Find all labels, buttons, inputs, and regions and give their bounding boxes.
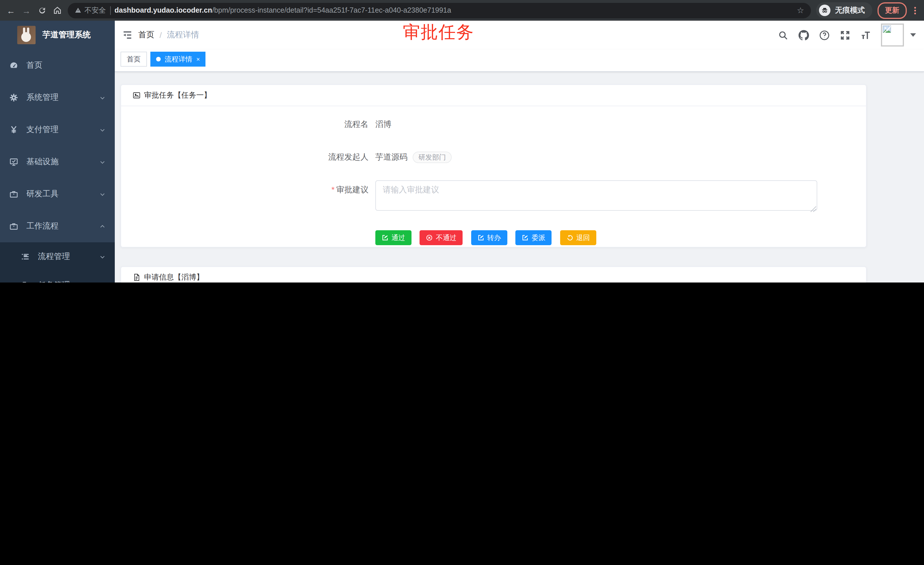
sidebar-item-home[interactable]: 首页	[0, 50, 115, 81]
home-icon[interactable]	[52, 5, 63, 15]
delegate-button[interactable]: 委派	[516, 230, 552, 245]
font-size-icon[interactable]	[860, 30, 871, 41]
process-name-row: 流程名 滔博	[133, 117, 855, 133]
approve-comment-textarea[interactable]	[375, 180, 817, 211]
bookmark-star-icon[interactable]: ☆	[797, 6, 804, 15]
incognito-icon	[819, 5, 831, 16]
gear-icon	[9, 93, 18, 102]
tags-view-bar: 首页 流程详情 ×	[115, 50, 924, 72]
dashboard-icon	[9, 61, 18, 70]
card-title: 申请信息【滔博】	[144, 272, 204, 282]
breadcrumb-current: 流程详情	[167, 30, 199, 40]
fullscreen-icon[interactable]	[840, 30, 850, 41]
screen: ← → 不安全 dashboard.yudao.iocoder.cn/bpm/p…	[0, 0, 924, 282]
address-bar[interactable]: 不安全 dashboard.yudao.iocoder.cn/bpm/proce…	[68, 3, 811, 18]
help-icon[interactable]	[819, 30, 830, 41]
chevron-down-icon	[99, 159, 106, 165]
picture-icon	[133, 91, 141, 99]
process-initiator-row: 流程发起人 芋道源码研发部门	[133, 149, 855, 165]
reject-button[interactable]: 不通过	[420, 230, 463, 245]
toolbox-icon	[9, 189, 18, 199]
browser-update-button[interactable]: 更新	[878, 2, 907, 19]
tab-home[interactable]: 首页	[120, 52, 147, 67]
pass-button[interactable]: 通过	[375, 230, 411, 245]
edit-icon	[382, 234, 388, 241]
chevron-up-icon	[99, 223, 106, 229]
chevron-down-icon	[99, 95, 106, 101]
list-icon	[21, 252, 30, 261]
edit-icon	[477, 234, 484, 241]
github-icon[interactable]	[798, 30, 809, 41]
required-asterisk: *	[332, 185, 334, 194]
incognito-badge: 无痕模式	[816, 2, 872, 18]
avatar[interactable]	[881, 24, 904, 47]
edit-icon	[522, 234, 529, 241]
warning-icon	[75, 7, 81, 14]
chevron-down-icon	[99, 254, 106, 260]
yen-icon	[9, 125, 18, 134]
browser-toolbar: ← → 不安全 dashboard.yudao.iocoder.cn/bpm/p…	[0, 0, 924, 21]
approve-task-card-header: 审批任务【任务一】	[121, 85, 866, 106]
security-indicator[interactable]: 不安全	[75, 6, 106, 15]
page-content: 审批任务【任务一】 流程名 滔博 流程发起人 芋道源码研发部门 *审批建议	[115, 72, 924, 282]
process-name-value: 滔博	[375, 119, 392, 130]
refresh-icon	[567, 234, 573, 241]
reload-icon[interactable]	[37, 5, 47, 15]
briefcase-icon	[9, 222, 18, 231]
tab-process-detail[interactable]: 流程详情 ×	[150, 52, 206, 67]
sidebar-item-devtools[interactable]: 研发工具	[0, 178, 115, 210]
sidebar-item-process-management[interactable]: 流程管理	[0, 242, 115, 271]
dept-tag: 研发部门	[412, 152, 452, 163]
transfer-button[interactable]: 转办	[471, 230, 507, 245]
broken-image-icon	[883, 25, 892, 34]
annotation-text: 审批任务	[403, 21, 474, 44]
close-tab-icon[interactable]: ×	[196, 56, 200, 63]
app-header: 首页 / 流程详情	[115, 21, 924, 50]
sidebar-item-task-management[interactable]: 任务管理	[0, 271, 115, 282]
sidebar-collapse-icon[interactable]	[122, 29, 133, 41]
card-title: 审批任务【任务一】	[144, 90, 211, 101]
breadcrumb-home[interactable]: 首页	[138, 30, 154, 40]
url-text: dashboard.yudao.iocoder.cn/bpm/process-i…	[114, 6, 793, 14]
approve-comment-row: *审批建议	[133, 180, 855, 213]
browser-menu-icon[interactable]	[912, 7, 918, 14]
circle-close-icon	[426, 234, 433, 241]
chevron-down-icon	[99, 126, 106, 133]
application-info-card: 申请信息【滔博】 *单行文本 *多选框组 选项一	[120, 266, 867, 282]
sidebar: 芋道管理系统 首页 系统管理 支付管理 基础设施	[0, 21, 115, 282]
approve-task-card: 审批任务【任务一】 流程名 滔博 流程发起人 芋道源码研发部门 *审批建议	[120, 84, 867, 248]
sidebar-item-payment[interactable]: 支付管理	[0, 114, 115, 146]
initiator-value: 芋道源码	[375, 152, 408, 162]
document-icon	[133, 273, 141, 281]
chevron-up-icon	[99, 282, 106, 282]
forward-icon[interactable]: →	[21, 5, 32, 15]
logo-rabbit-image	[17, 26, 36, 44]
back-icon[interactable]: ←	[6, 5, 16, 15]
divider	[110, 6, 111, 15]
search-icon[interactable]	[778, 30, 789, 41]
app-title: 芋道管理系统	[42, 30, 91, 40]
application-info-card-header: 申请信息【滔博】	[121, 267, 866, 282]
workflow-submenu: 流程管理 任务管理 我的流程 待办任务 已办	[0, 242, 115, 282]
monitor-check-icon	[9, 157, 18, 167]
avatar-dropdown-caret[interactable]	[910, 33, 916, 37]
return-button[interactable]: 退回	[560, 230, 596, 245]
sidebar-item-workflow[interactable]: 工作流程	[0, 210, 115, 242]
app-logo[interactable]: 芋道管理系统	[0, 21, 115, 50]
breadcrumb: 首页 / 流程详情	[138, 30, 199, 40]
active-tab-dot	[156, 57, 161, 62]
tree-icon	[21, 281, 30, 282]
sidebar-item-infrastructure[interactable]: 基础设施	[0, 146, 115, 178]
approve-actions-row: 通过 不通过 转办	[133, 230, 855, 247]
sidebar-item-system[interactable]: 系统管理	[0, 81, 115, 114]
chevron-down-icon	[99, 191, 106, 197]
